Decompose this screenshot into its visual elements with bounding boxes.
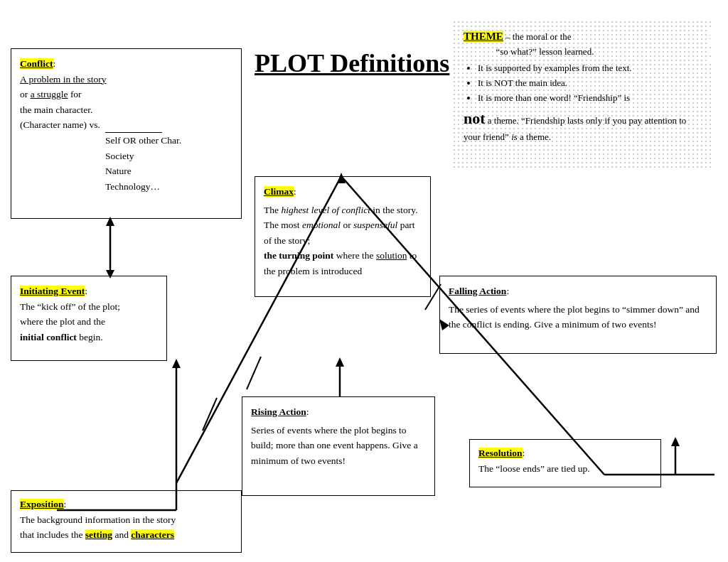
climax-colon: :	[294, 186, 296, 197]
conflict-box: Conflict: A problem in the story or a st…	[11, 48, 242, 219]
theme-bullet-2: It is NOT the main idea.	[478, 76, 702, 91]
conflict-opt2: Society	[105, 148, 232, 164]
theme-word: THEME	[464, 31, 503, 42]
exposition-box: Exposition: The background information i…	[11, 490, 242, 553]
svg-line-8	[247, 357, 261, 389]
climax-box: Climax: The highest level of conflict in…	[255, 176, 431, 297]
conflict-or: or	[20, 89, 31, 99]
conflict-line1: A problem in the story	[20, 74, 107, 85]
theme-end: a theme.	[518, 131, 551, 142]
theme-bullet-1: It is supported by examples from the tex…	[478, 61, 702, 76]
initiating-line2: where the plot and the	[20, 314, 158, 330]
conflict-opt1: Self OR other Char.	[105, 133, 232, 148]
climax-emotional: emotional	[302, 220, 341, 230]
initiating-colon: :	[85, 286, 87, 296]
resolution-colon: :	[523, 448, 525, 458]
exposition-characters: characters	[131, 529, 174, 540]
conflict-line4: (Character name) vs.	[20, 117, 232, 133]
initiating-title: Initiating Event	[20, 286, 85, 296]
conflict-for: for	[68, 89, 82, 99]
theme-not-section: not a theme. “Friendship lasts only if y…	[464, 107, 702, 144]
climax-suspenseful: suspenseful	[353, 220, 397, 230]
theme-bullets: It is supported by examples from the tex…	[478, 61, 702, 105]
exposition-line1: The background information in the story	[20, 512, 232, 528]
theme-is: is	[511, 131, 518, 142]
rising-text: Series of events where the plot begins t…	[251, 423, 426, 469]
svg-marker-17	[336, 357, 344, 367]
theme-bullet-3: It is more than one word! “Friendship” i…	[478, 91, 702, 106]
theme-so-what: “so what?” lesson learned.	[464, 46, 594, 57]
climax-highest: highest level of conflict	[281, 205, 370, 215]
rising-title: Rising Action	[251, 406, 306, 417]
conflict-options: Self OR other Char. Society Nature Techn…	[105, 133, 232, 194]
initiating-line3: initial conflict begin.	[20, 330, 158, 345]
exposition-setting: setting	[85, 529, 112, 540]
svg-line-7	[203, 398, 217, 431]
conflict-title: Conflict	[20, 58, 53, 69]
conflict-colon: :	[53, 58, 56, 69]
conflict-struggle: a struggle	[31, 89, 68, 99]
svg-marker-15	[671, 437, 680, 446]
climax-turning: the turning point	[264, 250, 333, 261]
page-title: PLOT Definitions	[255, 48, 449, 78]
svg-marker-5	[172, 359, 181, 368]
climax-text: The highest level of conflict in the sto…	[264, 202, 422, 279]
initiating-box: Initiating Event: The “kick off” of the …	[11, 276, 167, 361]
resolution-box: Resolution: The “loose ends” are tied up…	[469, 439, 661, 487]
initiating-line1: The “kick off” of the plot;	[20, 299, 158, 315]
conflict-opt4: Technology…	[105, 179, 232, 195]
resolution-title: Resolution	[478, 448, 523, 458]
falling-text: The series of events where the plot begi…	[449, 302, 707, 333]
theme-dash: – the moral or the	[503, 31, 572, 42]
falling-box: Falling Action: The series of events whe…	[439, 276, 717, 354]
rising-box: Rising Action: Series of events where th…	[242, 396, 435, 496]
resolution-text: The “loose ends” are tied up.	[478, 461, 652, 477]
theme-continued: a theme. “Friendship lasts only if you p…	[464, 115, 686, 142]
theme-not: not	[464, 109, 486, 127]
climax-title: Climax	[264, 186, 294, 197]
conflict-opt3: Nature	[105, 163, 232, 179]
falling-title: Falling Action	[449, 286, 506, 296]
falling-colon: :	[506, 286, 509, 296]
conflict-line3: the main character.	[20, 102, 232, 118]
rising-colon: :	[306, 406, 309, 417]
exposition-title: Exposition	[20, 499, 64, 509]
exposition-line2: that includes the setting and characters	[20, 527, 232, 543]
climax-solution: solution	[376, 250, 407, 261]
exposition-colon: :	[64, 499, 67, 509]
theme-box: THEME – the moral or the “so what?” less…	[452, 20, 714, 176]
